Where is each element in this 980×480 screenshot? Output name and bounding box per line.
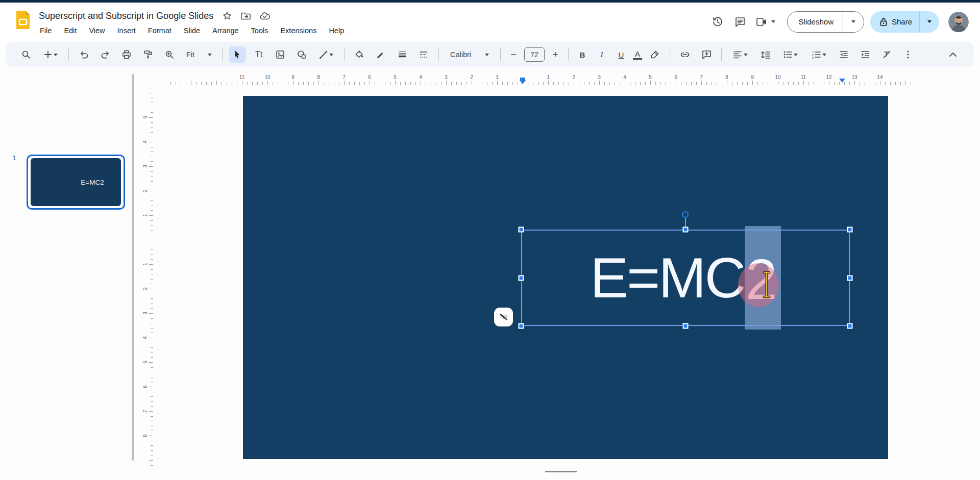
ruler-tick (900, 82, 901, 85)
fill-color-button[interactable] (351, 46, 368, 63)
slide-thumbnail[interactable]: E=MC2 (27, 155, 125, 210)
resize-handle[interactable] (847, 227, 853, 233)
ruler-tick (472, 81, 472, 85)
star-icon[interactable] (223, 11, 232, 20)
resize-handle[interactable] (519, 275, 524, 281)
text-box-tool-button[interactable]: Tt (250, 46, 267, 63)
line-caret-icon[interactable] (329, 54, 333, 56)
menu-file[interactable]: File (34, 24, 58, 37)
resize-handle[interactable] (683, 323, 689, 329)
insert-image-button[interactable] (272, 46, 289, 63)
version-history-icon[interactable] (706, 11, 729, 33)
text-color-button[interactable]: A (633, 50, 642, 60)
ruler-label: 4 (419, 74, 422, 80)
ruler-label: 11 (801, 74, 806, 80)
bold-button[interactable]: B (575, 50, 590, 59)
font-size-input[interactable]: 72 (524, 47, 545, 62)
border-color-button[interactable] (372, 46, 389, 63)
text-box-selection-border[interactable] (521, 230, 850, 326)
menu-extensions[interactable]: Extensions (274, 24, 323, 37)
resize-handle[interactable] (683, 227, 689, 233)
add-comment-button[interactable] (698, 46, 715, 63)
resize-handle[interactable] (847, 275, 853, 281)
menu-view[interactable]: View (83, 24, 111, 37)
resize-handle[interactable] (847, 323, 853, 329)
new-slide-caret-icon[interactable] (54, 54, 58, 56)
select-tool-button[interactable] (229, 46, 246, 63)
more-options-icon[interactable] (899, 46, 917, 63)
filmstrip-scrollbar[interactable] (132, 74, 134, 461)
search-menus-icon[interactable] (17, 46, 35, 63)
ruler-tick (151, 186, 153, 186)
resize-handle[interactable] (519, 227, 524, 233)
menu-format[interactable]: Format (142, 24, 178, 37)
clear-formatting-button[interactable] (878, 46, 895, 63)
ruler-tick (149, 387, 153, 387)
zoom-in-button[interactable] (161, 46, 178, 63)
menu-slide[interactable]: Slide (178, 24, 206, 37)
menu-help[interactable]: Help (323, 24, 350, 37)
undo-button[interactable] (75, 46, 92, 63)
resize-handle[interactable] (519, 323, 524, 329)
print-button[interactable] (118, 46, 135, 63)
insert-link-button[interactable] (676, 46, 694, 63)
ruler-tick (533, 82, 533, 85)
ruler-tick (426, 82, 426, 85)
increase-font-size-button[interactable]: + (549, 49, 562, 60)
line-spacing-button[interactable] (756, 46, 774, 63)
menu-insert[interactable]: Insert (111, 24, 142, 37)
ruler-label: 10 (775, 74, 780, 80)
join-call-icon[interactable] (751, 11, 780, 33)
highlight-color-button[interactable] (646, 46, 664, 63)
ruler-tick (793, 82, 794, 85)
ruler-tick (860, 82, 860, 85)
rotation-handle[interactable] (682, 211, 689, 218)
share-button[interactable]: Share (870, 11, 939, 33)
speaker-notes-resize-handle[interactable] (545, 471, 577, 472)
font-family-select[interactable]: Calibri (445, 46, 494, 63)
ruler-tick (149, 240, 153, 240)
autofit-indicator-button[interactable] (494, 308, 513, 326)
bulleted-list-caret-icon[interactable] (794, 54, 798, 56)
slideshow-options-caret[interactable] (843, 20, 864, 23)
align-button[interactable] (728, 46, 752, 63)
document-saved-cloud-icon[interactable] (260, 12, 270, 20)
ruler-tick (151, 171, 153, 172)
decrease-indent-button[interactable] (835, 46, 852, 63)
google-slides-logo[interactable] (15, 10, 31, 30)
border-dash-button[interactable] (415, 46, 432, 63)
account-avatar[interactable] (948, 12, 969, 32)
move-to-folder-icon[interactable] (241, 12, 251, 20)
increase-indent-button[interactable] (856, 46, 874, 63)
align-caret-icon[interactable] (744, 54, 748, 56)
ruler-tick (151, 122, 153, 123)
document-title[interactable]: Superscript and Subscript in Google Slid… (39, 11, 213, 21)
slideshow-button[interactable]: Slideshow (787, 11, 864, 33)
ruler-tick (783, 82, 783, 85)
ruler-tick (380, 82, 380, 85)
redo-button[interactable] (96, 46, 114, 63)
share-options-caret[interactable] (920, 20, 939, 23)
menu-edit[interactable]: Edit (58, 24, 83, 37)
menu-tools[interactable]: Tools (245, 24, 275, 37)
paint-format-button[interactable] (139, 46, 157, 63)
ruler-label: 8 (725, 74, 728, 80)
numbered-list-caret-icon[interactable] (822, 54, 826, 56)
slide-thumbnail-canvas[interactable]: E=MC2 (31, 158, 121, 206)
hide-menus-chevron-icon[interactable] (944, 46, 962, 63)
underline-button[interactable]: U (614, 50, 629, 59)
border-weight-button[interactable] (394, 46, 411, 63)
zoom-select[interactable]: Fit (182, 46, 216, 63)
insert-line-button[interactable] (314, 46, 338, 63)
new-slide-button[interactable] (39, 46, 62, 63)
insert-shape-button[interactable] (293, 46, 310, 63)
comment-history-icon[interactable] (729, 11, 751, 33)
menu-arrange[interactable]: Arrange (206, 24, 245, 37)
join-call-caret-icon[interactable] (771, 20, 775, 23)
numbered-list-button[interactable]: 123 (806, 46, 831, 63)
decrease-font-size-button[interactable]: − (507, 49, 520, 60)
ruler-tick (232, 82, 232, 85)
ruler-tick (712, 82, 712, 85)
italic-button[interactable]: I (594, 50, 609, 59)
bulleted-list-button[interactable] (778, 46, 802, 63)
